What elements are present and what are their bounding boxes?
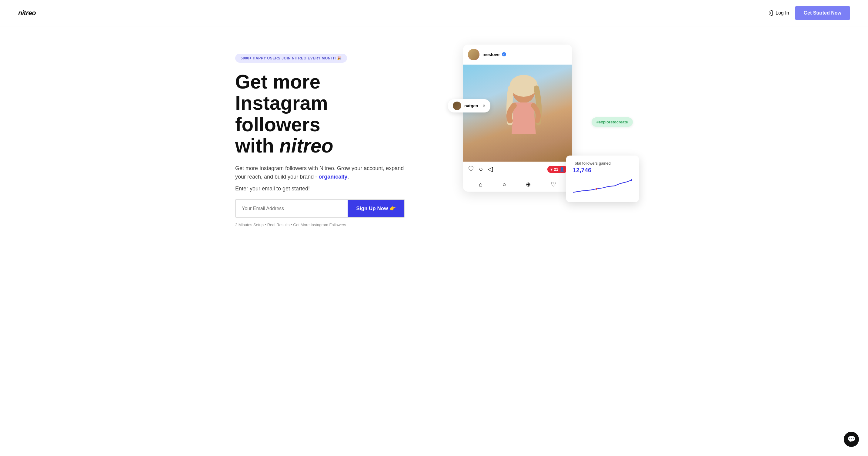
home-icon[interactable]: ⌂	[479, 181, 483, 188]
cta-sublabel: Enter your email to get started!	[235, 186, 405, 192]
ig-header: ineslove	[463, 44, 572, 65]
heart-icon[interactable]: ♡	[468, 165, 474, 173]
hero-section: 5000+ HAPPY USERS JOIN NITREO EVERY MONT…	[217, 26, 651, 239]
hero-description: Get more Instagram followers with Nitreo…	[235, 164, 405, 182]
person-icon: 👤	[559, 167, 564, 172]
avatar-image	[468, 49, 479, 60]
nav-actions: Log In Get Started Now	[767, 6, 850, 20]
svg-point-4	[595, 188, 597, 190]
ig-post-image	[463, 65, 572, 161]
tag-avatar	[453, 101, 461, 110]
get-started-button[interactable]: Get Started Now	[795, 6, 850, 20]
chat-bubble[interactable]: 💬	[844, 432, 859, 447]
hero-title: Get more Instagram followers with nitreo	[235, 71, 405, 157]
login-label: Log In	[776, 10, 789, 16]
like-number: 21	[554, 167, 558, 172]
navbar: nitreo Log In Get Started Now	[0, 0, 868, 26]
hero-title-line2: Instagram followers	[235, 92, 328, 135]
heart-nav-icon[interactable]: ♡	[551, 181, 556, 188]
desc-end: .	[347, 174, 349, 180]
followers-card: Total followers gained 12,746	[566, 155, 639, 202]
followers-chart	[573, 177, 632, 195]
plus-icon[interactable]: ⊕	[526, 181, 531, 188]
login-icon	[767, 10, 773, 17]
comment-icon[interactable]: ○	[479, 165, 483, 173]
hero-brand: nitreo	[279, 135, 333, 157]
chat-icon: 💬	[847, 435, 856, 443]
heart-filled: ♥	[550, 167, 553, 172]
verified-badge	[502, 52, 506, 56]
tag-username: natgeo	[464, 103, 478, 108]
trust-text: 2 Minutes Setup • Real Results • Get Mor…	[235, 222, 405, 227]
ig-bottom-nav: ⌂ ○ ⊕ ♡	[463, 177, 572, 192]
ig-user-info: ineslove	[483, 52, 506, 57]
user-count-badge: 5000+ HAPPY USERS JOIN NITREO EVERY MONT…	[235, 54, 347, 63]
floating-hashtag: #exploretocreate	[592, 117, 633, 127]
organically-link[interactable]: organically	[318, 174, 347, 180]
logo: nitreo	[18, 9, 36, 17]
hero-right: natgeo ✕ #exploretocreate ineslove	[445, 44, 633, 214]
person-illustration	[493, 74, 554, 161]
share-icon[interactable]: ◁	[488, 165, 493, 173]
search-nav-icon[interactable]: ○	[502, 181, 506, 188]
tag-close: ✕	[483, 104, 486, 108]
ig-actions: ♡ ○ ◁ ♥ 21 👤	[463, 161, 572, 177]
hero-title-line3: with	[235, 135, 279, 157]
hero-left: 5000+ HAPPY USERS JOIN NITREO EVERY MONT…	[235, 44, 405, 227]
hero-title-line1: Get more	[235, 71, 320, 93]
ig-avatar	[468, 49, 479, 60]
ig-username: ineslove	[483, 52, 499, 57]
followers-label: Total followers gained	[573, 161, 632, 165]
floating-tag: natgeo ✕	[448, 99, 490, 113]
login-button[interactable]: Log In	[767, 10, 789, 17]
like-count-badge: ♥ 21 👤	[547, 166, 567, 173]
email-input[interactable]	[236, 200, 348, 217]
followers-count: 12,746	[573, 167, 632, 174]
signup-button[interactable]: Sign Up Now 👉	[348, 200, 404, 217]
svg-point-2	[510, 75, 538, 97]
instagram-card: ineslove	[463, 44, 572, 192]
svg-point-3	[631, 179, 632, 181]
email-form: Sign Up Now 👉	[235, 199, 405, 218]
